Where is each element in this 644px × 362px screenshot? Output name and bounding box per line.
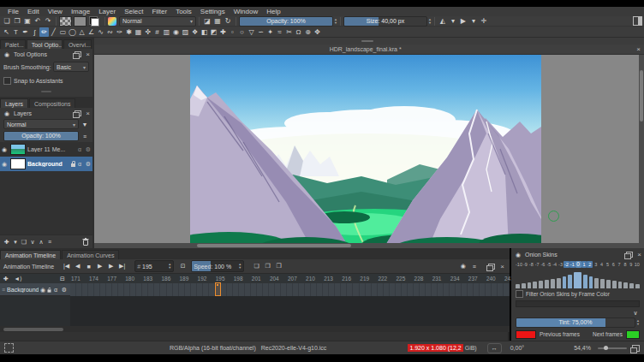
frame-cell-231[interactable] — [432, 283, 438, 296]
tool-transform[interactable]: ▦ — [134, 27, 143, 37]
skip-to-end-button[interactable]: ▶| — [116, 261, 128, 272]
frame-cell-221[interactable] — [372, 283, 378, 296]
frame-cell-215[interactable] — [335, 283, 341, 296]
frame-cell-233[interactable] — [444, 283, 450, 296]
drop-frames-icon[interactable]: ⊡ — [177, 261, 188, 272]
next-frame-button[interactable]: ▶ — [105, 261, 116, 272]
remove-frame-icon[interactable]: ❒ — [273, 261, 284, 272]
new-document-icon[interactable]: ❏ — [2, 16, 12, 27]
onion-bar--2[interactable] — [563, 276, 567, 288]
onion-offset-2[interactable]: 2 — [587, 261, 593, 268]
inherit-alpha-icon[interactable]: α — [51, 285, 60, 294]
tab-top-0[interactable]: Palet... — [0, 39, 26, 49]
onion-bar-10[interactable] — [635, 284, 640, 288]
onion-skin-toggle-icon[interactable]: ◉ — [457, 261, 468, 272]
onion-bar--9[interactable] — [522, 283, 526, 288]
onion-offset--5[interactable]: -5 — [546, 261, 552, 268]
tool-bezier-select[interactable]: ✂ — [284, 27, 294, 37]
timeline-scrollbar[interactable] — [0, 326, 510, 332]
frame-cell-213[interactable] — [323, 283, 329, 296]
frame-cell-203[interactable] — [263, 283, 269, 296]
onion-bar-6[interactable] — [612, 281, 617, 288]
tool-freehand-brush[interactable]: ✏ — [39, 27, 49, 37]
frame-cell-184[interactable] — [148, 283, 154, 296]
frame-cell-201[interactable] — [251, 283, 257, 296]
size-slider[interactable]: Size: 40,00 px — [343, 16, 427, 27]
previous-frames-color[interactable] — [516, 330, 536, 339]
frame-cell-205[interactable] — [275, 283, 281, 296]
onion-bar-3[interactable] — [594, 278, 599, 288]
frame-cell-172[interactable] — [76, 283, 82, 296]
speed-spinbox[interactable]: Speed: 100 % ▲▼ — [191, 260, 244, 272]
layer-filter-icon[interactable]: ▼ — [80, 120, 89, 128]
preserve-alpha-icon[interactable]: ▦ — [212, 16, 223, 27]
onion-bar--10[interactable] — [516, 284, 520, 288]
tool-pan[interactable]: ✥ — [313, 27, 322, 37]
frame-cell-189[interactable] — [179, 283, 185, 296]
frame-cell-229[interactable] — [420, 283, 426, 296]
frame-cell-174[interactable] — [88, 283, 94, 296]
tab-mid-1[interactable]: Compositions — [29, 98, 75, 108]
float-docker-icon[interactable] — [75, 51, 81, 57]
frame-cell-217[interactable] — [347, 283, 353, 296]
frame-cell-171[interactable] — [70, 283, 76, 296]
eraser-icon[interactable]: ◪ — [202, 16, 212, 27]
onion-offset-1[interactable]: 1 — [581, 261, 587, 268]
frame-cell-196[interactable] — [221, 283, 227, 296]
tool-gradient[interactable]: ▥ — [162, 27, 171, 37]
copy-frame-icon[interactable]: ❐ — [262, 261, 273, 272]
tool-fill[interactable]: ◧ — [200, 27, 209, 37]
play-button[interactable]: ▶ — [94, 261, 105, 272]
onion-offset-3[interactable]: 3 — [593, 261, 599, 268]
dropdown-caret-icon[interactable]: ▾ — [448, 16, 458, 27]
tab-mid-0[interactable]: Layers — [0, 98, 28, 108]
onion-offset--7[interactable]: -7 — [534, 261, 540, 268]
onion-offset-7[interactable]: 7 — [617, 261, 623, 268]
filter-onion-checkbox[interactable] — [516, 290, 523, 298]
frame-cell-207[interactable] — [287, 283, 293, 296]
foreground-background-colors[interactable] — [89, 16, 99, 27]
onion-bar--8[interactable] — [528, 282, 532, 288]
onion-offset-6[interactable]: 6 — [611, 261, 617, 268]
float-docker-icon[interactable] — [488, 264, 495, 270]
tool-smart-patch[interactable]: ❖ — [190, 27, 200, 37]
frame-cell-204[interactable] — [269, 283, 275, 296]
frame-cell-182[interactable] — [136, 283, 142, 296]
layer-blend-mode-combo[interactable]: Normal▾ — [3, 119, 79, 129]
onion-offset-4[interactable]: 4 — [599, 261, 605, 268]
document-titlebar[interactable]: HDR_landscape_final.kra * × — [94, 45, 644, 55]
float-docker-icon[interactable] — [75, 110, 81, 116]
vertical-scrollbar[interactable] — [639, 55, 644, 248]
frame-cell-199[interactable] — [239, 283, 245, 296]
float-docker-icon[interactable] — [626, 252, 633, 258]
tool-similar-select[interactable]: ≈ — [275, 27, 284, 37]
onion-offset-5[interactable]: 5 — [605, 261, 611, 268]
onion-bar-1[interactable] — [583, 275, 587, 288]
frame-cell-232[interactable] — [438, 283, 444, 296]
onion-offset--1[interactable]: -1 — [569, 261, 575, 268]
frame-cell-224[interactable] — [390, 283, 396, 296]
current-frame-spinbox[interactable]: # 195 ▲▼ — [134, 260, 174, 272]
skip-to-start-button[interactable]: |◀ — [61, 261, 72, 272]
frame-cell-225[interactable] — [396, 283, 402, 296]
onion-bar--3[interactable] — [557, 278, 561, 288]
frame-cell-176[interactable] — [100, 283, 106, 296]
layer-menu-icon[interactable]: ≡ — [80, 132, 89, 140]
onion-offset-8[interactable]: 8 — [623, 261, 629, 268]
frame-cell-208[interactable] — [293, 283, 299, 296]
frame-cell-180[interactable] — [124, 283, 130, 296]
opacity-slider[interactable]: Opacity: 100% — [239, 16, 333, 27]
tint-slider[interactable]: Tint: 75,00% — [516, 317, 635, 328]
lock-icon[interactable] — [71, 163, 75, 167]
onion-bar-7[interactable] — [618, 282, 623, 288]
dock-splitter[interactable] — [0, 86, 92, 97]
snap-to-assistants-checkbox[interactable] — [3, 77, 11, 85]
frame-cell-214[interactable] — [329, 283, 335, 296]
frame-cell-237[interactable] — [468, 283, 474, 296]
brush-preset-icon[interactable] — [108, 17, 116, 26]
camera-icon[interactable]: ⊟ — [58, 274, 67, 282]
frame-cell-181[interactable] — [130, 283, 136, 296]
wraparound-icon[interactable]: ▶ — [458, 16, 468, 27]
tool-freehand-path[interactable]: ∾ — [105, 27, 115, 37]
chevron-down-icon[interactable]: ∨ — [631, 308, 640, 317]
